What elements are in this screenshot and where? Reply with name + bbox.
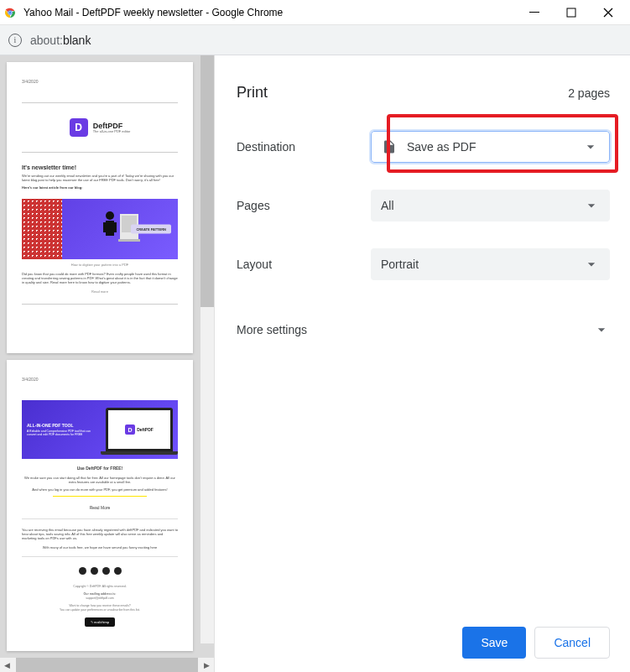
- print-panel: Print 2 pages Destination Save as PDF Pa…: [214, 55, 630, 672]
- horizontal-scrollbar[interactable]: ◀ ▶: [0, 658, 214, 672]
- url-text: about:blank: [30, 34, 91, 47]
- mailchimp-badge: ✎ mailchimp: [85, 617, 115, 628]
- window-titlebar: Yahoo Mail - DeftPDF weekly newsletter -…: [0, 0, 630, 25]
- page-thumbnail-2[interactable]: 3/4/2020 ALL-IN-ONE PDF TOOLA Reliable a…: [7, 360, 193, 651]
- minimize-button[interactable]: [516, 1, 553, 24]
- vertical-scrollbar[interactable]: [200, 55, 214, 643]
- preview-pane: 3/4/2020 D DeftPDFThe all-in-one PDF edi…: [0, 55, 214, 672]
- save-button[interactable]: Save: [462, 627, 526, 659]
- layout-label: Layout: [237, 258, 371, 271]
- window-controls: [516, 1, 627, 24]
- destination-label: Destination: [237, 140, 371, 154]
- more-settings-toggle[interactable]: More settings: [237, 313, 610, 346]
- chevron-down-icon: [582, 138, 599, 155]
- site-info-icon[interactable]: i: [8, 34, 22, 47]
- svg-point-8: [106, 211, 114, 220]
- pages-select[interactable]: All: [371, 190, 610, 221]
- svg-rect-14: [118, 239, 140, 242]
- close-button[interactable]: [590, 1, 627, 24]
- svg-rect-11: [113, 222, 117, 232]
- page-count: 2 pages: [568, 86, 610, 100]
- svg-rect-10: [103, 222, 107, 232]
- svg-rect-9: [106, 221, 114, 236]
- svg-rect-5: [567, 8, 575, 17]
- destination-select[interactable]: Save as PDF: [371, 131, 610, 163]
- layout-select[interactable]: Portrait: [371, 248, 610, 280]
- social-icons: [22, 567, 178, 575]
- svg-rect-4: [529, 12, 539, 13]
- svg-point-3: [8, 11, 11, 13]
- deftpdf-logo-icon: D: [70, 118, 88, 137]
- print-heading: Print: [237, 84, 268, 102]
- chrome-icon: [3, 6, 17, 19]
- scroll-left-button[interactable]: ◀: [0, 658, 14, 672]
- document-icon: [382, 139, 397, 154]
- chevron-down-icon: [593, 321, 610, 338]
- pages-label: Pages: [237, 199, 371, 212]
- hero-image: CREATE PATTERN: [22, 199, 178, 259]
- chevron-down-icon: [583, 197, 600, 214]
- page-thumbnail-1[interactable]: 3/4/2020 D DeftPDFThe all-in-one PDF edi…: [7, 62, 193, 353]
- cancel-button[interactable]: Cancel: [534, 627, 610, 659]
- chevron-down-icon: [583, 256, 600, 273]
- window-title: Yahoo Mail - DeftPDF weekly newsletter -…: [23, 7, 516, 18]
- maximize-button[interactable]: [553, 1, 590, 24]
- scroll-right-button[interactable]: ▶: [200, 658, 214, 672]
- banner-image: ALL-IN-ONE PDF TOOLA Reliable and Compre…: [22, 400, 178, 459]
- address-bar[interactable]: i about:blank: [0, 25, 630, 55]
